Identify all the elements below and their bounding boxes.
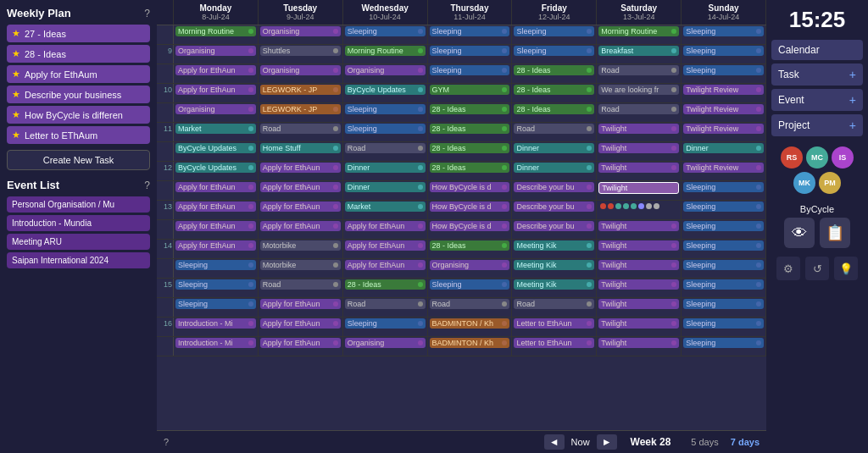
event-block[interactable]: How ByCycle is d <box>430 221 510 231</box>
event-block[interactable]: Apply for EthAun <box>175 221 256 231</box>
cal-cell[interactable]: Twilight Review <box>682 123 766 141</box>
cal-cell[interactable]: 28 - Ideas <box>512 103 597 122</box>
event-block[interactable]: Apply for EthAun <box>345 240 426 251</box>
cal-cell[interactable]: We are looking fr <box>597 84 682 102</box>
event-block[interactable]: Twilight Review <box>683 85 764 95</box>
cal-cell[interactable]: Twilight <box>597 318 682 336</box>
cal-cell[interactable]: Apply for EthAun <box>259 298 343 317</box>
cal-cell[interactable]: Road <box>428 298 513 317</box>
event-block[interactable]: We are looking fr <box>598 85 679 95</box>
cal-cell[interactable]: Sleeping <box>682 45 766 64</box>
event-block-highlighted[interactable]: Twilight <box>598 182 679 194</box>
task-item[interactable]: ★ 27 - Ideas <box>7 25 150 42</box>
event-block[interactable]: LEGWORK - JP <box>260 85 341 95</box>
event-block[interactable]: 28 - Ideas <box>430 124 510 134</box>
project-button[interactable]: Project + <box>771 114 863 136</box>
event-block[interactable]: Twilight <box>598 260 679 270</box>
event-block[interactable]: Sleeping <box>683 318 764 329</box>
event-block[interactable]: Organising <box>175 104 256 114</box>
event-block[interactable]: ByCycle Updates <box>175 163 256 173</box>
event-block[interactable]: Apply for EthAun <box>260 221 341 231</box>
7days-button[interactable]: 7 days <box>731 437 760 447</box>
cal-cell[interactable]: Sleeping <box>174 279 259 297</box>
cal-cell[interactable]: Twilight <box>597 259 682 278</box>
event-block[interactable]: Sleeping <box>175 260 256 270</box>
sidebar-help-bottom[interactable]: ? <box>164 437 169 447</box>
cal-cell[interactable]: Sleeping <box>682 337 766 356</box>
prev-button[interactable]: ◄ <box>544 434 565 450</box>
cal-cell[interactable]: BADMINTON / Kh <box>428 318 513 336</box>
cal-cell[interactable]: Sleeping <box>682 201 766 219</box>
event-block[interactable]: ByCycle Updates <box>175 143 256 153</box>
event-block[interactable]: Organising <box>175 46 256 56</box>
next-button[interactable]: ► <box>597 434 617 450</box>
event-block[interactable]: Road <box>430 299 510 309</box>
avatar-is[interactable]: IS <box>832 146 854 168</box>
cal-cell[interactable]: Motorbike <box>259 259 343 278</box>
event-block[interactable]: Apply for EthAun <box>175 182 256 192</box>
cal-cell[interactable]: Introduction - Mi <box>174 337 259 356</box>
task-button[interactable]: Task + <box>771 64 863 86</box>
cal-cell[interactable]: Road <box>259 279 343 297</box>
cal-cell[interactable]: Organising <box>259 64 343 83</box>
cal-cell[interactable]: Breakfast <box>597 45 682 64</box>
event-block[interactable]: Organising <box>345 338 426 348</box>
event-block[interactable]: Dinner <box>514 163 594 173</box>
event-block[interactable]: Breakfast <box>598 46 679 56</box>
cal-cell[interactable]: Sleeping <box>682 298 766 317</box>
event-block[interactable]: Twilight <box>598 163 679 173</box>
event-block[interactable]: Morning Routine <box>345 46 426 56</box>
event-block[interactable]: Sleeping <box>683 46 764 56</box>
task-item[interactable]: ★ Apply for EthAum <box>7 65 150 83</box>
cal-cell[interactable]: Motorbike <box>259 240 343 258</box>
avatar-rs[interactable]: RS <box>781 146 803 168</box>
cal-cell[interactable]: Shuttles <box>259 45 343 64</box>
event-block[interactable]: Sleeping <box>430 26 510 36</box>
event-block[interactable]: Apply for EthAun <box>260 318 341 329</box>
cal-cell[interactable]: Meeting Kik <box>512 279 597 297</box>
cal-cell[interactable]: Apply for EthAun <box>259 162 343 180</box>
cal-cell[interactable]: Sleeping <box>428 279 513 297</box>
cal-cell[interactable]: Apply for EthAun <box>259 181 343 200</box>
event-item[interactable]: Personal Organisation / Mu <box>7 196 150 213</box>
cal-cell[interactable]: Apply for EthAun <box>174 64 259 83</box>
event-block[interactable]: Apply for EthAun <box>175 240 256 251</box>
cal-cell[interactable]: Twilight <box>597 123 682 141</box>
cal-cell[interactable]: Dinner <box>512 162 597 180</box>
cal-cell[interactable]: Morning Routine <box>343 45 428 64</box>
event-block[interactable]: Organising <box>260 26 341 36</box>
cal-cell[interactable]: Sleeping <box>682 279 766 297</box>
event-block[interactable]: Sleeping <box>683 202 764 212</box>
event-block[interactable]: Twilight <box>598 124 679 134</box>
avatar-mk[interactable]: MK <box>793 172 815 194</box>
event-block[interactable]: 28 - Ideas <box>430 143 510 153</box>
cal-cell[interactable]: Market <box>343 201 428 219</box>
cal-cell[interactable]: Meeting Kik <box>512 240 597 258</box>
event-block[interactable]: Road <box>260 279 341 290</box>
task-item[interactable]: ★ How ByCycle is differen <box>7 106 150 124</box>
cal-cell[interactable]: Apply for EthAun <box>343 240 428 258</box>
event-list-help[interactable]: ? <box>144 180 150 191</box>
cal-cell[interactable]: Apply for EthAun <box>259 220 343 239</box>
event-block[interactable]: Sleeping <box>683 221 764 231</box>
event-block[interactable]: Twilight <box>598 143 679 153</box>
event-block[interactable]: 28 - Ideas <box>514 65 594 75</box>
cal-cell[interactable]: Twilight <box>597 298 682 317</box>
cal-cell[interactable]: Sleeping <box>682 64 766 83</box>
event-block[interactable]: Dinner <box>514 143 594 153</box>
cal-cell[interactable]: Sleeping <box>682 220 766 239</box>
cal-cell[interactable]: 28 - Ideas <box>428 142 513 161</box>
event-block[interactable]: Twilight <box>598 338 679 348</box>
event-block[interactable]: Road <box>514 124 594 134</box>
cal-cell[interactable]: Organising <box>174 103 259 122</box>
cal-cell[interactable]: ByCycle Updates <box>174 142 259 161</box>
event-block[interactable]: Twilight Review <box>683 124 764 134</box>
event-block[interactable]: Twilight Review <box>683 163 764 173</box>
cal-cell[interactable]: Sleeping <box>343 103 428 122</box>
event-block[interactable]: Dinner <box>345 182 426 192</box>
cal-cell[interactable]: Sleeping <box>174 298 259 317</box>
cal-cell[interactable]: Apply for EthAun <box>343 220 428 239</box>
cal-cell[interactable]: Morning Routine <box>174 25 259 44</box>
event-block[interactable]: Road <box>260 124 341 134</box>
event-button[interactable]: Event + <box>771 89 863 111</box>
